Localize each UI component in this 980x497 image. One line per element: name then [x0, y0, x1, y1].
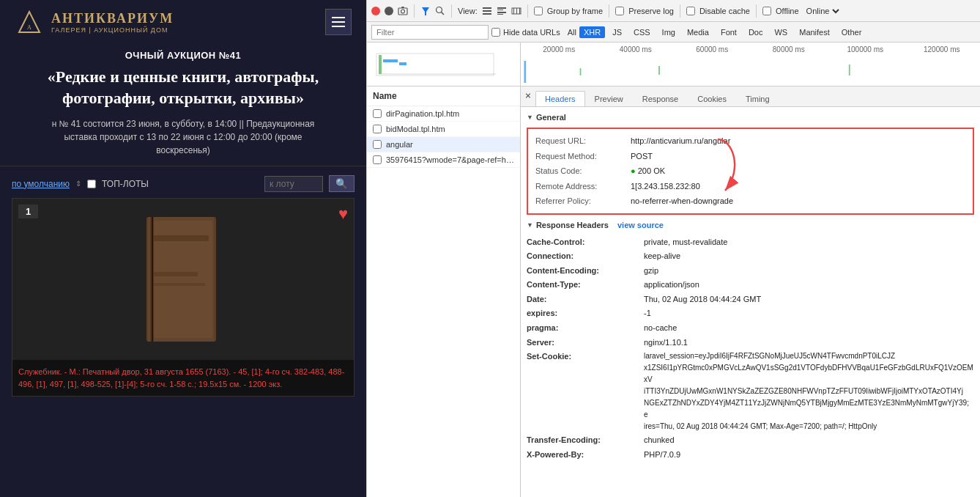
name-item-3-checkbox[interactable]	[373, 155, 382, 164]
filter-icon[interactable]	[420, 6, 431, 16]
logo-text: АНТИКВАРИУМ	[51, 11, 174, 26]
timeline-sidebar	[367, 43, 521, 86]
remote-address-val: 1[3.243.158.232:80	[631, 180, 700, 193]
hide-data-urls-checkbox[interactable]	[491, 28, 500, 37]
heart-icon[interactable]: ♥	[338, 205, 348, 224]
name-item-0-checkbox[interactable]	[373, 109, 382, 118]
resp-row-x-powered-by: X-Powered-By: PHP/7.0.9	[527, 448, 974, 463]
left-panel: А АНТИКВАРИУМ ГАЛЕРЕЯ | АУКЦИОННЫЙ ДОМ О…	[0, 0, 366, 497]
online-dropdown[interactable]: Online	[803, 6, 842, 16]
lot-input[interactable]	[264, 176, 323, 192]
timeline-mini-chart	[373, 46, 512, 83]
main-content: Name dirPagination.tpl.htm bidModal.tpl.…	[367, 86, 980, 497]
preview-tab[interactable]: Preview	[585, 91, 633, 106]
svg-rect-18	[497, 7, 506, 9]
search-button[interactable]: 🔍	[329, 175, 354, 192]
xhr-tab[interactable]: XHR	[579, 26, 605, 38]
img-tab[interactable]: Img	[658, 26, 680, 38]
name-pane: Name dirPagination.tpl.htm bidModal.tpl.…	[367, 86, 521, 497]
tick-40000: 40000 ms	[598, 45, 675, 54]
js-tab[interactable]: JS	[608, 26, 626, 38]
resp-val-5: -1	[644, 307, 651, 320]
details-body: ▼ General Request URL: http://anticvariu…	[521, 107, 980, 497]
doc-tab[interactable]: Doc	[744, 26, 768, 38]
manifest-tab[interactable]: Manifest	[795, 26, 834, 38]
sort-arrows-icon[interactable]: ⇕	[75, 180, 81, 188]
tick-20000: 20000 ms	[521, 45, 598, 54]
font-tab[interactable]: Font	[716, 26, 741, 38]
resp-key-2: Content-Encoding:	[527, 265, 644, 278]
toolbar-divider1	[414, 4, 415, 18]
hamburger-line3	[332, 26, 345, 27]
name-item-1[interactable]: bidModal.tpl.htm	[367, 122, 520, 137]
general-box: Request URL: http://anticvarium.ru/angul…	[527, 128, 974, 215]
auction-card: 1 ♥ Служебник. - М.: Печатный двор, 31 а…	[12, 198, 354, 397]
stop-button[interactable]	[385, 7, 393, 15]
filter-input[interactable]	[371, 25, 489, 40]
filmstrip-icon[interactable]	[511, 6, 521, 16]
view-source-link[interactable]: view source	[617, 221, 664, 229]
resp-row-content-type: Content-Type: application/json	[527, 278, 974, 292]
response-tab[interactable]: Response	[633, 91, 688, 106]
name-item-0-text: dirPagination.tpl.htm	[386, 109, 459, 118]
camera-icon[interactable]	[398, 6, 408, 16]
svg-rect-27	[379, 55, 382, 74]
svg-point-13	[437, 7, 442, 12]
ws-tab[interactable]: WS	[770, 26, 792, 38]
view-label: View:	[458, 7, 478, 15]
resp-row-transfer-encoding: Transfer-Encoding: chunked	[527, 433, 974, 448]
tick-120000: 120000 ms	[904, 45, 981, 54]
css-tab[interactable]: CSS	[629, 26, 655, 38]
response-headers-label: Response Headers	[536, 221, 609, 229]
other-tab[interactable]: Other	[837, 26, 866, 38]
detail-view-icon[interactable]	[497, 6, 507, 16]
media-tab[interactable]: Media	[683, 26, 713, 38]
svg-line-14	[442, 12, 445, 15]
timeline-ticks: 20000 ms 40000 ms 60000 ms 80000 ms 1000…	[521, 43, 980, 57]
general-triangle-icon: ▼	[527, 114, 533, 121]
svg-rect-19	[497, 10, 503, 10]
logo-sub: ГАЛЕРЕЯ | АУКЦИОННЫЙ ДОМ	[51, 26, 168, 34]
cookies-tab[interactable]: Cookies	[688, 91, 736, 106]
status-code-val: ● 200 OK	[631, 165, 665, 177]
request-url-val: http://anticvarium.ru/angular	[631, 135, 730, 147]
status-code-key: Status Code:	[535, 165, 631, 177]
timeline-area: 20000 ms 40000 ms 60000 ms 80000 ms 1000…	[367, 43, 980, 86]
resp-val-0: private, must-revalidate	[644, 236, 727, 249]
resp-key-8: Set-Cookie:	[527, 350, 644, 364]
resp-row-connection: Connection: keep-alive	[527, 249, 974, 264]
all-label[interactable]: All	[568, 28, 576, 37]
status-dot: ●	[631, 166, 636, 175]
svg-rect-25	[519, 8, 520, 14]
preserve-log-checkbox[interactable]	[615, 7, 624, 15]
name-item-1-checkbox[interactable]	[373, 125, 382, 133]
name-item-2-checkbox[interactable]	[373, 140, 382, 149]
name-panel-header: Name	[367, 86, 520, 106]
group-by-frame-checkbox[interactable]	[534, 7, 543, 15]
name-item-2[interactable]: angular	[367, 137, 520, 152]
headers-tab[interactable]: Headers	[535, 91, 585, 106]
resp-val-6: no-cache	[644, 322, 677, 335]
resp-key-5: expires:	[527, 307, 644, 320]
resp-key-3: Content-Type:	[527, 279, 644, 292]
tick-100000: 100000 ms	[827, 45, 904, 54]
name-item-3[interactable]: 35976415?wmode=7&page-ref=http%3A%2F%2F.…	[367, 152, 520, 168]
name-item-1-text: bidModal.tpl.htm	[386, 125, 445, 133]
svg-rect-7	[154, 235, 209, 241]
name-item-0[interactable]: dirPagination.tpl.htm	[367, 106, 520, 122]
referrer-policy-key: Referrer Policy:	[535, 195, 631, 207]
resp-val-2: gzip	[644, 265, 658, 278]
request-method-row: Request Method: POST	[535, 149, 965, 164]
hamburger-button[interactable]	[325, 9, 352, 35]
search-icon[interactable]	[435, 6, 445, 16]
close-details-button[interactable]: ×	[521, 86, 535, 106]
sort-link[interactable]: по умолчанию	[12, 179, 70, 189]
timing-tab[interactable]: Timing	[736, 91, 779, 106]
disable-cache-checkbox[interactable]	[686, 7, 695, 15]
record-button[interactable]	[371, 7, 380, 15]
list-view-icon[interactable]	[482, 6, 492, 16]
offline-checkbox[interactable]	[762, 7, 771, 15]
resp-val-3: application/json	[644, 279, 699, 292]
name-item-3-text: 35976415?wmode=7&page-ref=http%3A%2F%2F.…	[386, 155, 514, 164]
top-lots-checkbox[interactable]	[87, 180, 96, 188]
